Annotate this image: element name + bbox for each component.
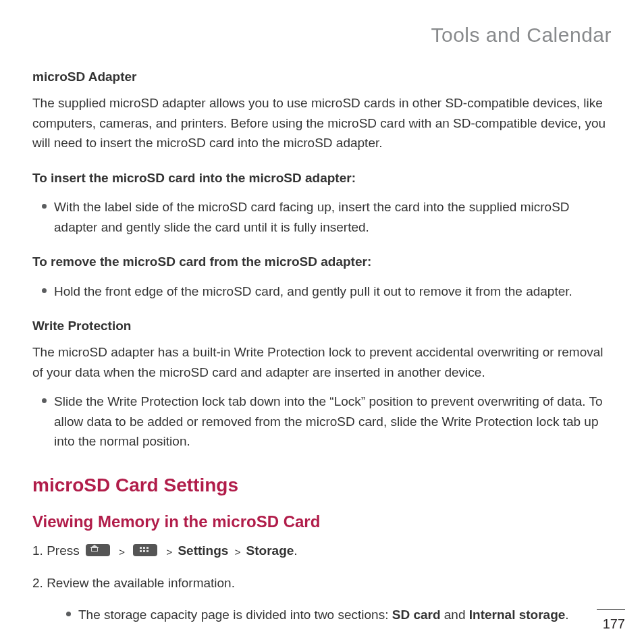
- list-item: With the label side of the microSD card …: [42, 197, 612, 237]
- sub-list: The storage capacity page is divided int…: [32, 605, 612, 624]
- list-item: The storage capacity page is divided int…: [66, 605, 612, 624]
- heading-microsd-settings: microSD Card Settings: [32, 471, 612, 500]
- period: .: [565, 608, 568, 622]
- step-number: [32, 543, 47, 558]
- storage-label: Storage: [246, 543, 294, 558]
- separator: >: [164, 546, 178, 558]
- list-write-protection: Slide the Write Protection lock tab down…: [32, 392, 612, 451]
- period: .: [294, 543, 297, 558]
- page-title: Tools and Calendar: [32, 24, 612, 47]
- sub-text: and: [441, 608, 469, 622]
- settings-label: Settings: [178, 543, 228, 558]
- home-icon: [86, 544, 110, 556]
- step-number: [32, 576, 47, 590]
- step-1: Press > > Settings > Storage.: [32, 541, 612, 560]
- page-number-line: [597, 609, 625, 610]
- list-item: Hold the front edge of the microSD card,…: [42, 281, 612, 301]
- list-remove: Hold the front edge of the microSD card,…: [32, 281, 612, 301]
- heading-remove: To remove the microSD card from the micr…: [32, 252, 612, 271]
- step-text: Press: [47, 543, 83, 558]
- page: Tools and Calendar microSD Adapter The s…: [0, 0, 644, 644]
- heading-viewing-memory: Viewing Memory in the microSD Card: [32, 509, 612, 534]
- separator: >: [116, 546, 130, 558]
- list-item: Slide the Write Protection lock tab down…: [42, 392, 612, 451]
- apps-icon: [133, 544, 157, 556]
- page-number: 177: [603, 616, 625, 631]
- page-number-block: 177: [597, 609, 625, 632]
- content-body: microSD Adapter The supplied microSD ada…: [32, 67, 612, 624]
- steps-list: Press > > Settings > Storage. Review the…: [32, 541, 612, 624]
- list-insert: With the label side of the microSD card …: [32, 197, 612, 237]
- separator: >: [232, 546, 246, 558]
- heading-microsd-adapter: microSD Adapter: [32, 67, 612, 86]
- heading-write-protection: Write Protection: [32, 316, 612, 336]
- para-adapter-intro: The supplied microSD adapter allows you …: [32, 93, 612, 153]
- para-write-protection: The microSD adapter has a built-in Write…: [32, 342, 612, 382]
- step-text: Review the available information.: [47, 576, 235, 590]
- heading-insert: To insert the microSD card into the micr…: [32, 168, 612, 188]
- sd-card-label: SD card: [392, 608, 441, 622]
- sub-text: The storage capacity page is divided int…: [78, 608, 392, 622]
- step-2: Review the available information. The st…: [32, 573, 612, 625]
- internal-storage-label: Internal storage: [469, 608, 566, 622]
